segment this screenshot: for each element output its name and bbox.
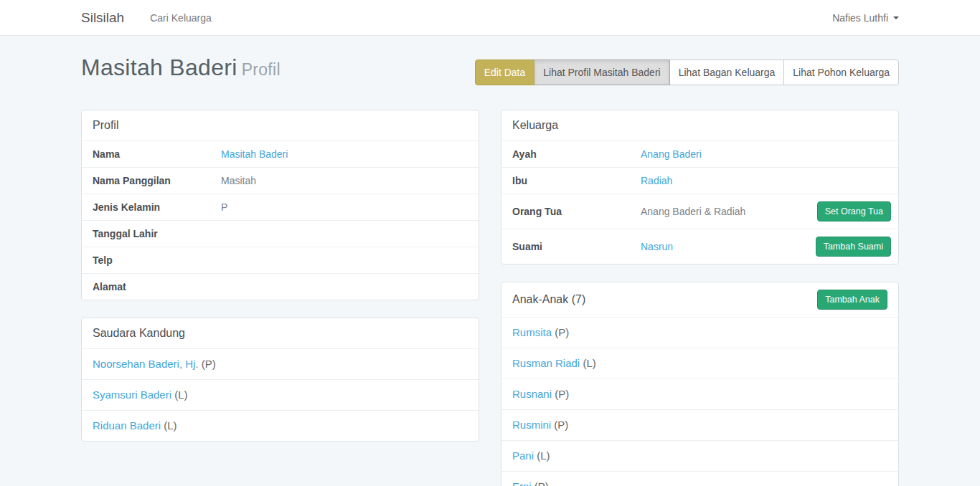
- siblings-panel-title: Saudara Kandung: [82, 318, 479, 348]
- table-row: Alamat: [82, 274, 479, 300]
- add-child-button[interactable]: Tambah Anak: [817, 290, 887, 310]
- field-label: Alamat: [82, 274, 215, 300]
- field-label: Nama: [82, 141, 215, 168]
- top-navbar: Silsilah Cari Keluarga Nafies Luthfi: [0, 0, 980, 36]
- children-panel: Anak-Anak (7) Tambah Anak Rumsita (P) Ru…: [501, 282, 899, 486]
- sibling-link[interactable]: Riduan Baderi: [93, 419, 161, 432]
- add-husband-button[interactable]: Tambah Suami: [816, 237, 891, 257]
- child-link[interactable]: Rusmini: [512, 419, 551, 431]
- child-link[interactable]: Rusnani: [512, 388, 552, 400]
- child-link[interactable]: Rusman Riadi: [512, 357, 580, 369]
- table-row: Nama Panggilan Masitah: [82, 168, 479, 194]
- family-panel: Keluarga Ayah Anang Baderi Ibu Radiah Or…: [501, 110, 899, 265]
- children-panel-title: Anak-Anak (7): [512, 293, 585, 306]
- gender-label: (L): [164, 419, 176, 432]
- sibling-link[interactable]: Noorsehan Baderi, Hj.: [93, 358, 199, 370]
- field-label: Tanggal Lahir: [82, 221, 215, 247]
- list-item: Pani (L): [501, 440, 898, 471]
- husband-link[interactable]: Nasrun: [641, 241, 673, 252]
- brand-link[interactable]: Silsilah: [81, 10, 124, 26]
- list-item: Erni (P): [501, 471, 898, 486]
- table-row: Ayah Anang Baderi: [501, 141, 898, 168]
- list-item: Riduan Baderi (L): [82, 410, 479, 441]
- field-value: P: [215, 194, 479, 221]
- table-row: Nama Masitah Baderi: [82, 141, 479, 168]
- user-name: Nafies Luthfi: [832, 12, 888, 24]
- page-header: Masitah BaderiProfil Edit Data Lihat Pro…: [81, 52, 899, 85]
- gender-label: (L): [174, 389, 187, 401]
- gender-label: (L): [537, 449, 550, 462]
- field-label: Jenis Kelamin: [82, 194, 215, 221]
- table-row: Jenis Kelamin P: [82, 194, 479, 221]
- view-family-chart-button[interactable]: Lihat Bagan Keluarga: [669, 59, 785, 85]
- table-row: Ibu Radiah: [501, 168, 898, 194]
- field-value: [215, 221, 479, 247]
- field-label: Orang Tua: [501, 194, 635, 229]
- list-item: Rusnani (P): [501, 378, 898, 409]
- family-panel-title: Keluarga: [501, 110, 898, 140]
- gender-label: (P): [554, 419, 568, 431]
- field-label: Ibu: [501, 168, 635, 194]
- nav-link-cari-keluarga[interactable]: Cari Keluarga: [150, 12, 212, 24]
- father-link[interactable]: Anang Baderi: [641, 148, 702, 160]
- child-link[interactable]: Erni: [512, 480, 532, 486]
- table-row: Telp: [82, 247, 479, 274]
- field-label: Suami: [501, 229, 635, 265]
- child-link[interactable]: Rumsita: [512, 326, 552, 338]
- children-panel-heading: Anak-Anak (7) Tambah Anak: [501, 282, 898, 317]
- table-row: Orang Tua Anang Baderi & Radiah Set Oran…: [501, 194, 898, 229]
- list-item: Syamsuri Baderi (L): [82, 379, 479, 410]
- field-value: [215, 247, 479, 274]
- list-item: Rusmini (P): [501, 409, 898, 440]
- gender-label: (P): [555, 388, 569, 400]
- profile-actions-group: Edit Data Lihat Profil Masitah Baderi Li…: [475, 59, 899, 85]
- gender-label: (P): [534, 480, 549, 486]
- child-link[interactable]: Pani: [512, 449, 534, 462]
- chevron-down-icon: [893, 16, 899, 19]
- list-item: Rusman Riadi (L): [501, 348, 898, 378]
- siblings-panel: Saudara Kandung Noorsehan Baderi, Hj. (P…: [81, 318, 479, 442]
- profile-panel: Profil Nama Masitah Baderi Nama Panggila…: [81, 110, 479, 300]
- view-family-tree-button[interactable]: Lihat Pohon Keluarga: [783, 59, 899, 85]
- gender-label: (P): [555, 326, 569, 338]
- edit-data-button[interactable]: Edit Data: [475, 59, 535, 85]
- sibling-link[interactable]: Syamsuri Baderi: [93, 389, 171, 401]
- table-row: Suami Nasrun Tambah Suami: [501, 229, 898, 265]
- table-row: Tanggal Lahir: [82, 221, 479, 247]
- profile-panel-title: Profil: [82, 110, 479, 140]
- gender-label: (L): [583, 357, 595, 369]
- list-item: Rumsita (P): [501, 317, 898, 348]
- parents-value: Anang Baderi & Radiah: [635, 194, 804, 229]
- page-title: Masitah BaderiProfil: [81, 52, 281, 85]
- list-item: Noorsehan Baderi, Hj. (P): [82, 348, 479, 379]
- field-label: Ayah: [501, 141, 635, 168]
- view-profile-button[interactable]: Lihat Profil Masitah Baderi: [534, 59, 669, 85]
- gender-label: (P): [202, 358, 216, 370]
- user-menu-dropdown[interactable]: Nafies Luthfi: [832, 12, 899, 24]
- page-subtitle: Profil: [242, 60, 281, 79]
- field-value: [215, 274, 479, 300]
- field-label: Telp: [82, 247, 215, 274]
- person-name: Masitah Baderi: [81, 54, 237, 80]
- mother-link[interactable]: Radiah: [641, 175, 672, 186]
- field-label: Nama Panggilan: [82, 168, 215, 194]
- profile-name-link[interactable]: Masitah Baderi: [221, 148, 288, 160]
- field-value: Masitah: [215, 168, 479, 194]
- set-parents-button[interactable]: Set Orang Tua: [817, 201, 891, 221]
